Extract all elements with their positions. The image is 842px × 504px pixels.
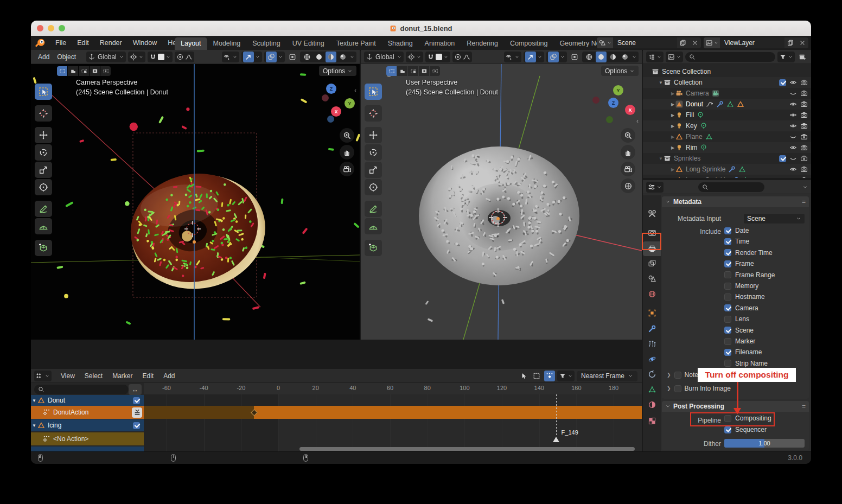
- expander-icon[interactable]: ▶: [670, 167, 675, 172]
- proportional-edit-group[interactable]: [175, 52, 194, 62]
- checkbox-marker[interactable]: [724, 338, 731, 345]
- wireframe-shading-icon[interactable]: [585, 53, 593, 61]
- properties-tab-texture[interactable]: [643, 413, 661, 428]
- camera-disabled-icon[interactable]: [800, 133, 808, 141]
- expander-icon[interactable]: ▶: [670, 145, 675, 150]
- select-mode-2[interactable]: [68, 66, 78, 76]
- metadata-input-dropdown[interactable]: Scene: [744, 214, 805, 224]
- camera-toggle-icon[interactable]: [800, 165, 808, 173]
- properties-tab-data[interactable]: [643, 382, 661, 397]
- eye-icon[interactable]: [789, 100, 797, 108]
- properties-tab-object[interactable]: [643, 305, 661, 320]
- transform-orientation-dropdown[interactable]: Global: [86, 52, 126, 62]
- menu-file[interactable]: File: [50, 37, 71, 48]
- eye-icon[interactable]: [789, 122, 797, 130]
- axis-z-gizmo[interactable]: Z: [608, 98, 618, 108]
- collection-checkbox[interactable]: [779, 155, 786, 162]
- expander-icon[interactable]: ▶: [670, 113, 675, 118]
- rotate-tool-button[interactable]: [35, 144, 52, 161]
- channel-partial[interactable]: [31, 446, 144, 451]
- annotate-tool-button[interactable]: [35, 201, 52, 217]
- eye-closed-icon[interactable]: [789, 133, 797, 141]
- zoom-nav-button[interactable]: [340, 128, 354, 143]
- checkbox-filename[interactable]: [724, 349, 731, 356]
- dope-menu-marker[interactable]: Marker: [108, 371, 137, 381]
- properties-tab-constraints[interactable]: [643, 367, 661, 381]
- axis-z-gizmo[interactable]: Z: [326, 84, 336, 94]
- axis-y-gizmo[interactable]: Y: [345, 98, 355, 109]
- box-select-tool-button[interactable]: [531, 371, 542, 381]
- expander-icon[interactable]: ▼: [31, 398, 37, 403]
- axis-dot[interactable]: [592, 97, 599, 104]
- annotate-tool-button[interactable]: [365, 201, 382, 217]
- marker-line[interactable]: [556, 394, 557, 437]
- channel-checkbox[interactable]: [133, 397, 140, 404]
- shading-mode-group[interactable]: [582, 52, 639, 62]
- move-tool-button[interactable]: [35, 127, 52, 143]
- axis-dot[interactable]: [327, 116, 334, 123]
- select-mode-5[interactable]: [100, 66, 111, 76]
- solid-shading-icon[interactable]: [597, 53, 605, 61]
- collapse-sidebar-icon[interactable]: ‹: [636, 117, 639, 125]
- workspace-tab-animation[interactable]: Animation: [419, 37, 461, 50]
- camera-toggle-icon[interactable]: [800, 111, 808, 119]
- blender-logo-icon[interactable]: [35, 37, 46, 48]
- new-collection-button[interactable]: [797, 52, 808, 62]
- workspace-tab-shading[interactable]: Shading: [382, 37, 419, 50]
- properties-tab-world[interactable]: [643, 286, 661, 301]
- scale-tool-button[interactable]: [35, 162, 52, 178]
- zoom-nav-button[interactable]: [621, 128, 635, 143]
- camera-disabled-icon[interactable]: [800, 155, 808, 162]
- maximize-window-button[interactable]: [59, 25, 65, 31]
- push-down-button[interactable]: [132, 407, 142, 418]
- outliner-row-scene-collection[interactable]: Scene Collection: [643, 66, 811, 77]
- expander-icon[interactable]: ▼: [31, 423, 37, 428]
- material-preview-icon[interactable]: [609, 53, 617, 61]
- scene-name[interactable]: Scene: [613, 37, 677, 48]
- select-mode-3[interactable]: [408, 66, 418, 76]
- titlebar[interactable]: donut_15.blend: [31, 21, 811, 36]
- properties-tab-physics[interactable]: [643, 352, 661, 366]
- select-mode-5[interactable]: [430, 66, 440, 76]
- timeline-ruler[interactable]: -60-40-20020406080100120140160180: [144, 383, 642, 395]
- axis-y-gizmo[interactable]: Y: [613, 85, 623, 95]
- add-cube-tool-button[interactable]: [35, 240, 52, 256]
- select-mode-3[interactable]: [79, 66, 89, 76]
- expander-icon[interactable]: ▶: [670, 91, 675, 96]
- viewport-menu-object[interactable]: Object: [53, 52, 80, 62]
- workspace-tab-compositing[interactable]: Compositing: [504, 37, 553, 50]
- properties-tab-modifiers[interactable]: [643, 321, 661, 336]
- outliner-row-camera[interactable]: ▶Camera: [643, 88, 811, 99]
- rendered-shading-icon[interactable]: [621, 53, 629, 61]
- minimize-window-button[interactable]: [48, 25, 54, 31]
- outliner-row-donut[interactable]: ▶Donut: [643, 99, 811, 110]
- axis-x-gizmo[interactable]: X: [625, 105, 635, 115]
- outliner-row-loopy-sprinkle[interactable]: ▶Loopy Sprinkle: [643, 175, 811, 178]
- properties-tab-scene[interactable]: [643, 271, 661, 286]
- dither-slider[interactable]: 1.00: [724, 439, 805, 448]
- horizontal-scrollbar[interactable]: [299, 447, 635, 451]
- camera-toggle-icon[interactable]: [800, 100, 808, 108]
- cursor-tool-button[interactable]: [365, 105, 382, 122]
- panel-menu-icon[interactable]: =: [802, 403, 806, 410]
- expand-channels-button[interactable]: ↔: [129, 384, 142, 395]
- transform-tool-button[interactable]: [365, 179, 382, 195]
- dope-menu-select[interactable]: Select: [80, 371, 107, 381]
- editor-type-dropdown[interactable]: [646, 52, 664, 62]
- timeline-track-area[interactable]: F_149: [144, 394, 642, 451]
- properties-tab-tool[interactable]: [643, 206, 661, 221]
- xray-toggle[interactable]: [569, 52, 580, 62]
- camera-toggle-icon[interactable]: [800, 79, 808, 86]
- eye-closed-icon[interactable]: [789, 90, 797, 97]
- select-mode-2[interactable]: [397, 66, 407, 76]
- camera-nav-button[interactable]: [340, 162, 354, 176]
- action-strip[interactable]: [254, 406, 642, 419]
- overlays-toggle-group[interactable]: [264, 52, 285, 62]
- checkbox-sequencer[interactable]: [724, 426, 731, 433]
- shading-mode-group[interactable]: [300, 52, 356, 62]
- checkbox-hostname[interactable]: [724, 294, 731, 301]
- menu-render[interactable]: Render: [95, 37, 127, 48]
- scale-tool-button[interactable]: [365, 162, 382, 178]
- outliner-search-input[interactable]: [685, 52, 775, 62]
- eye-icon[interactable]: [789, 144, 797, 151]
